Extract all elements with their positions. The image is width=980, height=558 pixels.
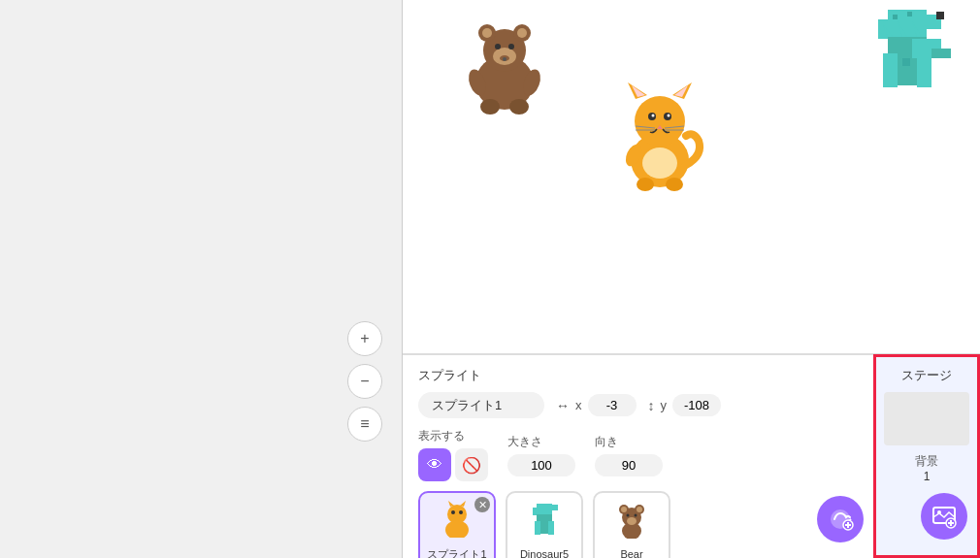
- svg-point-50: [445, 520, 469, 538]
- direction-label: 向き: [595, 434, 663, 450]
- zoom-in-button[interactable]: +: [347, 321, 382, 356]
- svg-point-8: [508, 44, 514, 49]
- svg-rect-45: [902, 58, 910, 66]
- backdrop-count: 1: [924, 470, 931, 483]
- svg-rect-42: [931, 49, 951, 58]
- sprite-info-panel: スプライト ↔ x ↕ y 表示する 👁: [403, 354, 873, 558]
- stage-cat-sprite: [606, 78, 713, 198]
- stage-canvas: [403, 0, 980, 354]
- left-panel: + − ≡: [0, 0, 403, 558]
- add-sprite-button[interactable]: [817, 496, 864, 542]
- svg-point-32: [666, 178, 683, 191]
- dinosaur5-thumbnail: [525, 500, 564, 546]
- svg-rect-59: [535, 521, 540, 535]
- svg-point-65: [621, 507, 627, 512]
- svg-point-52: [459, 510, 463, 514]
- size-group: 大きさ: [507, 434, 575, 476]
- svg-point-75: [937, 510, 941, 514]
- size-label: 大きさ: [507, 434, 575, 450]
- svg-point-24: [668, 115, 670, 117]
- sprite-name-row: ↔ x ↕ y: [418, 392, 858, 418]
- backdrop-label: 背景: [915, 453, 938, 470]
- y-axis-icon: ↕: [648, 398, 655, 413]
- direction-input[interactable]: [595, 454, 663, 476]
- svg-point-4: [482, 28, 492, 38]
- sprite-list: ✕ スプライト1: [418, 491, 858, 558]
- x-axis-icon: ↔: [556, 398, 570, 413]
- svg-point-5: [517, 28, 527, 38]
- svg-point-51: [451, 510, 455, 514]
- svg-point-31: [637, 178, 654, 191]
- svg-point-7: [495, 44, 501, 49]
- zoom-out-button[interactable]: −: [347, 364, 382, 399]
- stage-panel: ステージ 背景 1: [873, 354, 980, 558]
- svg-rect-43: [893, 15, 898, 19]
- visibility-group: 表示する 👁 🚫: [418, 428, 488, 481]
- svg-point-11: [480, 99, 500, 115]
- zoom-controls: + − ≡: [347, 321, 382, 442]
- svg-point-16: [635, 96, 685, 147]
- sprite-panel-title: スプライト: [418, 367, 858, 384]
- sprite-item-dinosaur5[interactable]: Dinosaur5: [506, 491, 583, 558]
- svg-rect-57: [550, 505, 558, 510]
- right-area: スプライト ↔ x ↕ y 表示する 👁: [403, 0, 980, 558]
- svg-rect-40: [917, 53, 931, 87]
- show-button[interactable]: 👁: [418, 448, 451, 481]
- x-label: x: [575, 398, 582, 412]
- svg-point-69: [635, 514, 637, 517]
- svg-marker-54: [460, 501, 466, 507]
- bottom-panel: スプライト ↔ x ↕ y 表示する 👁: [403, 354, 980, 558]
- visibility-buttons: 👁 🚫: [418, 448, 488, 481]
- dinosaur5-label: Dinosaur5: [520, 548, 569, 558]
- svg-rect-56: [533, 508, 539, 515]
- size-input[interactable]: [507, 454, 575, 476]
- svg-point-10: [503, 57, 506, 61]
- add-backdrop-button[interactable]: [921, 493, 967, 540]
- y-value-input[interactable]: [672, 394, 721, 416]
- svg-point-67: [627, 517, 637, 525]
- sprite-item-bear[interactable]: Bear: [593, 491, 670, 558]
- svg-rect-37: [936, 12, 944, 19]
- stage-thumbnail: [884, 392, 969, 445]
- svg-marker-53: [448, 501, 454, 507]
- hide-button[interactable]: 🚫: [455, 448, 488, 481]
- pan-button[interactable]: ≡: [347, 407, 382, 442]
- svg-point-12: [509, 99, 529, 115]
- stage-dino-sprite: [859, 0, 956, 120]
- sprite-props-row: 表示する 👁 🚫 大きさ 向き: [418, 428, 858, 481]
- visibility-label: 表示する: [418, 428, 488, 444]
- x-value-input[interactable]: [588, 394, 637, 416]
- stage-panel-title: ステージ: [901, 367, 952, 384]
- bear-thumbnail: [612, 500, 651, 546]
- svg-rect-60: [548, 521, 554, 535]
- svg-rect-39: [883, 53, 898, 87]
- bear-label: Bear: [620, 548, 642, 558]
- svg-rect-44: [907, 12, 912, 16]
- sprite1-thumbnail: [438, 499, 476, 545]
- y-coord-group: ↕ y: [648, 394, 722, 416]
- y-label: y: [661, 398, 668, 412]
- direction-group: 向き: [595, 434, 663, 476]
- x-coord-group: ↔ x: [556, 394, 637, 416]
- sprite-name-input[interactable]: [418, 392, 544, 418]
- stage-bear-sprite: [456, 10, 553, 120]
- delete-sprite-icon[interactable]: ✕: [474, 497, 490, 512]
- sprite1-label: スプライト1: [427, 547, 486, 559]
- svg-point-23: [652, 115, 655, 117]
- svg-point-68: [627, 514, 630, 517]
- sprite-item-sprite1[interactable]: ✕ スプライト1: [418, 491, 496, 558]
- svg-point-66: [637, 507, 642, 512]
- svg-point-30: [642, 148, 677, 179]
- svg-rect-55: [537, 504, 552, 515]
